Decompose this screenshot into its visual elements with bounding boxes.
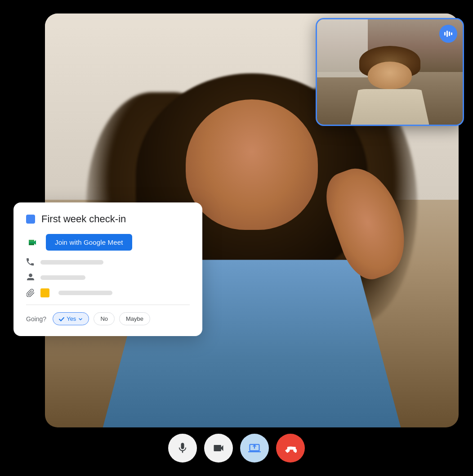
- rsvp-yes-label: Yes: [67, 315, 76, 322]
- card-divider: [26, 305, 190, 305]
- phone-icon: [26, 258, 35, 267]
- event-title-row: First week check-in: [26, 213, 190, 225]
- mic-icon: [176, 442, 189, 454]
- audio-bar-2: [446, 31, 448, 37]
- attachment-icon: [26, 288, 35, 297]
- attachment-placeholder: [58, 291, 112, 295]
- camera-icon: [212, 442, 225, 454]
- rsvp-yes-chevron: [78, 316, 83, 322]
- rsvp-yes-button[interactable]: Yes: [53, 312, 89, 325]
- rsvp-no-button[interactable]: No: [94, 312, 115, 325]
- phone-row: [26, 258, 190, 267]
- rsvp-row: Going? Yes No Maybe: [26, 312, 190, 325]
- call-controls: [168, 434, 305, 463]
- join-meet-button[interactable]: Join with Google Meet: [46, 234, 132, 251]
- present-button[interactable]: [240, 434, 269, 463]
- attachment-row: [26, 288, 190, 297]
- guests-row: [26, 273, 190, 282]
- rsvp-yes-icon: [58, 316, 65, 322]
- event-color-dot: [26, 215, 35, 224]
- scene: First week check-in Join with Google M: [0, 0, 473, 476]
- event-card: First week check-in Join with Google M: [13, 202, 202, 336]
- mic-button[interactable]: [168, 434, 197, 463]
- pip-shirt: [351, 89, 429, 125]
- rsvp-maybe-button[interactable]: Maybe: [119, 312, 150, 325]
- svg-rect-1: [29, 243, 34, 245]
- rsvp-label: Going?: [26, 315, 46, 323]
- meet-row: Join with Google Meet: [26, 234, 190, 251]
- pip-background: [317, 19, 463, 125]
- pip-face: [368, 62, 411, 89]
- audio-bar-1: [444, 32, 446, 36]
- camera-button[interactable]: [204, 434, 233, 463]
- hangup-button[interactable]: [276, 434, 305, 463]
- audio-bar-3: [449, 31, 450, 36]
- audio-bars: [444, 31, 452, 37]
- face: [186, 99, 318, 230]
- present-icon: [248, 442, 261, 454]
- event-title: First week check-in: [41, 213, 126, 225]
- audio-indicator: [439, 25, 457, 43]
- phone-placeholder: [40, 260, 103, 265]
- hangup-icon: [284, 442, 297, 454]
- guests-icon: [26, 273, 35, 282]
- pip-person: [346, 46, 433, 125]
- attachment-file-icon: [40, 288, 49, 297]
- guests-placeholder: [40, 275, 85, 280]
- meet-icon: [26, 235, 40, 250]
- pip-video: [316, 18, 464, 126]
- audio-bar-4: [451, 32, 452, 35]
